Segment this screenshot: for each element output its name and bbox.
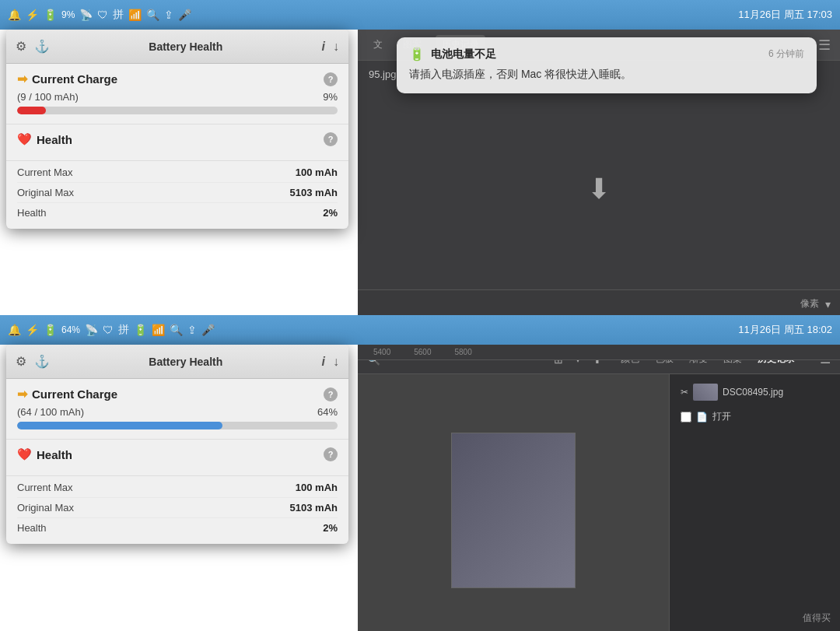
- menubar-bottom-left: 🔔 ⚡ 🔋 64% 📡 🛡 拼 🔋 📶 🔍 ⇪ 🎤: [8, 323, 215, 337]
- battery-icon-top[interactable]: 🔋: [44, 9, 57, 21]
- anchor-icon-bottom[interactable]: ⚓: [34, 354, 50, 369]
- notification-header: 🔋 电池电量不足 6 分钟前: [409, 47, 804, 61]
- share-icon[interactable]: ⇪: [164, 9, 173, 21]
- gear-icon-top[interactable]: ⚙: [16, 39, 26, 54]
- download-icon-large[interactable]: ⬇: [587, 173, 611, 205]
- health-header-bottom: ❤️ Health ?: [17, 447, 338, 461]
- radio-icon-bottom[interactable]: 📡: [85, 324, 98, 336]
- history-filename: DSC08495.jpg: [723, 387, 783, 398]
- health-title-top: ❤️ Health: [17, 132, 83, 146]
- health-help-btn-bottom[interactable]: ?: [324, 447, 338, 461]
- charge-progress-bg-top: [17, 107, 338, 114]
- battery-percent-top: 9%: [61, 9, 75, 20]
- health-help-btn-top[interactable]: ?: [324, 132, 338, 146]
- current-charge-section-bottom: ➡ Current Charge ? (64 / 100 mAh) 64%: [6, 379, 348, 440]
- lightning-icon-bottom[interactable]: ⚡: [26, 324, 39, 336]
- menubar-bottom: 🔔 ⚡ 🔋 64% 📡 🛡 拼 🔋 📶 🔍 ⇪ 🎤 11月26日 周五 18:0…: [0, 315, 840, 345]
- radio-icon[interactable]: 📡: [79, 9, 93, 21]
- history-thumb-1: [693, 384, 718, 401]
- ps-content: 5400 5600 5800 ✂ DSC08495.jpg: [358, 374, 840, 631]
- notification-title: 🔋 电池电量不足: [409, 47, 496, 61]
- charge-help-btn-bottom[interactable]: ?: [324, 387, 338, 401]
- vpn-icon-bottom[interactable]: 🛡: [103, 324, 114, 336]
- ps-panel: 🔍 ⊞ ▾ ⬆ 颜色 色板 渐变 图案 历史记录 ☰ 5400 5600 580…: [358, 345, 840, 631]
- ps-canvas: 5400 5600 5800: [358, 374, 669, 631]
- health-section-bottom: ❤️ Health ?: [6, 440, 348, 476]
- anchor-icon-top[interactable]: ⚓: [34, 39, 50, 54]
- history-item-1[interactable]: ✂ DSC08495.jpg: [676, 380, 834, 404]
- notification-time: 6 分钟前: [768, 47, 804, 61]
- lightning-icon[interactable]: ⚡: [26, 9, 39, 21]
- charge-row-top: (9 / 100 mAh) 9%: [17, 91, 338, 103]
- battery-charging-icon[interactable]: 🔋: [44, 324, 57, 336]
- current-charge-title-bottom: ➡ Current Charge: [17, 387, 117, 401]
- info-icon-top[interactable]: i: [322, 40, 325, 54]
- scissors-icon: ✂: [681, 387, 688, 398]
- bh-title-bottom: Battery Health: [58, 356, 314, 368]
- download-icon-top[interactable]: ↓: [333, 40, 339, 54]
- bh-title-top: Battery Health: [58, 40, 314, 53]
- search-icon-bottom[interactable]: 🔍: [170, 324, 183, 336]
- stat-row-health-bottom: Health 2%: [17, 518, 338, 538]
- notification-popup: 🔋 电池电量不足 6 分钟前 请插入电源插座，否则 Mac 将很快进入睡眠。: [397, 37, 817, 93]
- menubar-top: 🔔 ⚡ 🔋 9% 📡 🛡 拼 📶 🔍 ⇪ 🎤 11月26日 周五 17:03: [0, 0, 840, 30]
- battery-low-icon: 🔋: [409, 47, 425, 61]
- battery-percent-bottom: 64%: [61, 324, 80, 335]
- stat-row-original-max-bottom: Original Max 5103 mAh: [17, 498, 338, 518]
- charge-progress-fill-bottom: [17, 422, 222, 429]
- bell-icon[interactable]: 🔔: [8, 9, 21, 21]
- charge-progress-fill-top: [17, 107, 46, 114]
- notification-body: 请插入电源插座，否则 Mac 将很快进入睡眠。: [409, 66, 804, 82]
- heart-icon-bottom: ❤️: [17, 447, 32, 461]
- share-icon-bottom[interactable]: ⇪: [187, 324, 197, 336]
- input-icon-bottom[interactable]: 拼: [118, 323, 129, 337]
- menubar-time-top: 11月26日 周五 17:03: [738, 8, 832, 22]
- stats-top: Current Max 100 mAh Original Max 5103 mA…: [6, 161, 348, 229]
- ps-battery-icon[interactable]: 🔋: [134, 324, 147, 336]
- siri-icon-bottom[interactable]: 🎤: [201, 324, 215, 336]
- charge-help-btn-top[interactable]: ?: [324, 72, 338, 86]
- stat-row-original-max-top: Original Max 5103 mAh: [17, 183, 338, 203]
- current-charge-section-top: ➡ Current Charge ? (9 / 100 mAh) 9%: [6, 64, 348, 124]
- battery-health-panel-top: ⚙ ⚓ Battery Health i ↓ ➡ Current Charge …: [6, 30, 348, 229]
- download-area[interactable]: ⬇: [358, 88, 840, 289]
- gear-icon-bottom[interactable]: ⚙: [16, 354, 26, 369]
- info-icon-bottom[interactable]: i: [322, 355, 325, 369]
- download-icon-bottom[interactable]: ↓: [333, 355, 339, 369]
- ps-image-preview: [451, 433, 576, 588]
- photos-dropdown-icon[interactable]: ▾: [825, 298, 831, 310]
- stats-bottom: Current Max 100 mAh Original Max 5103 mA…: [6, 476, 348, 544]
- health-title-bottom: ❤️ Health: [17, 447, 83, 461]
- history-menu-icon[interactable]: ☰: [818, 37, 831, 54]
- charge-progress-bg-bottom: [17, 422, 338, 429]
- wifi-icon[interactable]: 📶: [128, 9, 142, 21]
- history-item-2[interactable]: 📄 打开: [676, 407, 834, 426]
- heart-icon-top: ❤️: [17, 132, 32, 146]
- photos-category-label: 像素: [800, 297, 819, 310]
- watermark: 值得买: [803, 612, 831, 625]
- history-checkbox[interactable]: [681, 412, 691, 422]
- search-icon[interactable]: 🔍: [146, 9, 159, 21]
- bell-icon-bottom[interactable]: 🔔: [8, 324, 21, 336]
- charge-arrow-icon-bottom: ➡: [17, 387, 27, 401]
- menubar-time-bottom: 11月26日 周五 18:02: [738, 323, 832, 337]
- photos-bottom-bar: 像素 ▾: [358, 289, 840, 317]
- doc-icon: 📄: [696, 412, 708, 422]
- bh-titlebar-bottom: ⚙ ⚓ Battery Health i ↓: [6, 345, 348, 379]
- bh-titlebar-top: ⚙ ⚓ Battery Health i ↓: [6, 30, 348, 64]
- vpn-icon[interactable]: 🛡: [97, 9, 108, 21]
- siri-icon[interactable]: 🎤: [178, 9, 191, 21]
- health-section-top: ❤️ Health ?: [6, 124, 348, 161]
- stat-row-current-max-bottom: Current Max 100 mAh: [17, 478, 338, 498]
- battery-health-panel-bottom: ⚙ ⚓ Battery Health i ↓ ➡ Current Charge …: [6, 345, 348, 544]
- current-charge-header-bottom: ➡ Current Charge ?: [17, 387, 338, 401]
- wifi-icon-bottom[interactable]: 📶: [152, 324, 165, 336]
- input-icon[interactable]: 拼: [113, 8, 124, 22]
- tab-wen[interactable]: 文: [367, 35, 389, 54]
- current-charge-title-top: ➡ Current Charge: [17, 72, 117, 86]
- current-charge-header-top: ➡ Current Charge ?: [17, 72, 338, 86]
- ps-history-sidebar: ✂ DSC08495.jpg 📄 打开: [669, 374, 840, 631]
- menubar-left-icons: 🔔 ⚡ 🔋 9% 📡 🛡 拼 📶 🔍 ⇪ 🎤: [8, 8, 191, 22]
- stat-row-health-top: Health 2%: [17, 203, 338, 223]
- stat-row-current-max-top: Current Max 100 mAh: [17, 163, 338, 183]
